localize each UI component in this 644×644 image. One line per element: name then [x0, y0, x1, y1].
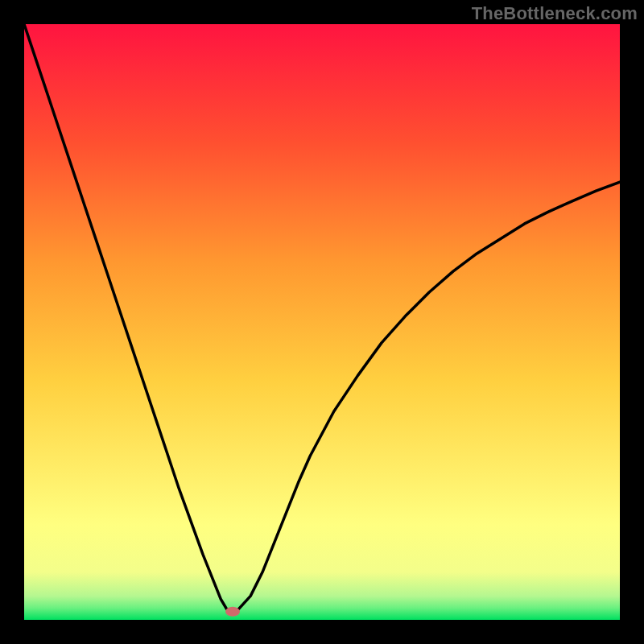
optimum-marker	[225, 607, 240, 617]
chart-svg	[24, 24, 620, 620]
gradient-background	[24, 24, 620, 620]
chart-frame: TheBottleneck.com	[0, 0, 644, 644]
plot-area	[24, 24, 620, 620]
watermark-text: TheBottleneck.com	[472, 3, 638, 24]
